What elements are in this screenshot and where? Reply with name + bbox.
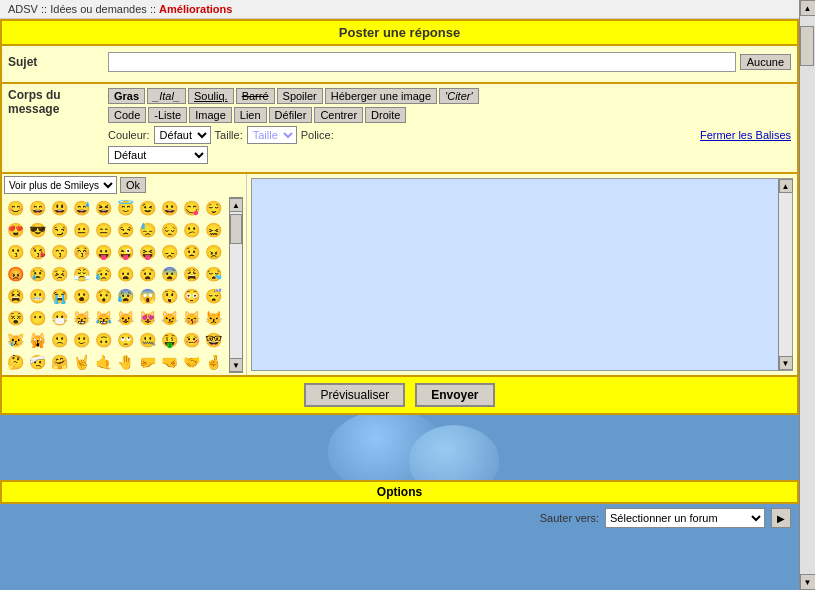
scroll-up-arrow[interactable]: ▲ xyxy=(800,0,816,16)
smiley-item[interactable]: 😬 xyxy=(26,285,48,307)
smiley-item[interactable]: 🙃 xyxy=(92,329,114,351)
cite-button[interactable]: 'Citer' xyxy=(439,88,478,104)
breadcrumb-item-adsv[interactable]: ADSV xyxy=(8,3,38,15)
editor-scroll-up[interactable]: ▲ xyxy=(779,179,793,193)
smiley-item[interactable]: 😫 xyxy=(4,285,26,307)
smiley-item[interactable]: 😺 xyxy=(114,307,136,329)
smiley-item[interactable]: 😰 xyxy=(114,285,136,307)
smiley-item[interactable]: 😩 xyxy=(180,263,202,285)
smiley-item[interactable]: 😭 xyxy=(48,285,70,307)
smiley-item[interactable]: 😦 xyxy=(114,263,136,285)
smiley-item[interactable]: 😷 xyxy=(48,307,70,329)
smiley-item[interactable]: 😟 xyxy=(180,241,202,263)
smiley-item[interactable]: 😮 xyxy=(70,285,92,307)
smiley-item[interactable]: 😶 xyxy=(26,307,48,329)
forum-select[interactable]: Sélectionner un forum xyxy=(605,508,765,528)
smiley-item[interactable]: 😄 xyxy=(26,197,48,219)
forum-go-button[interactable]: ▶ xyxy=(771,508,791,528)
droite-button[interactable]: Droite xyxy=(365,107,406,123)
preview-button[interactable]: Prévisualiser xyxy=(304,383,405,407)
smiley-item[interactable]: 😅 xyxy=(70,197,92,219)
smiley-item[interactable]: 😋 xyxy=(180,197,202,219)
smiley-item[interactable]: 😻 xyxy=(136,307,158,329)
smiley-item[interactable]: 😢 xyxy=(26,263,48,285)
smiley-item[interactable]: 😌 xyxy=(202,197,224,219)
bold-button[interactable]: Gras xyxy=(108,88,145,104)
smiley-item[interactable]: 😍 xyxy=(4,219,26,241)
smiley-item[interactable]: 😤 xyxy=(70,263,92,285)
smiley-item[interactable]: 🤗 xyxy=(48,351,70,373)
smiley-item[interactable]: 😕 xyxy=(180,219,202,241)
smiley-item[interactable]: 🤞 xyxy=(202,351,224,373)
spoiler-button[interactable]: Spoiler xyxy=(277,88,323,104)
smiley-item[interactable]: 😘 xyxy=(26,241,48,263)
fermer-balises-link[interactable]: Fermer les Balises xyxy=(700,129,791,141)
smiley-item[interactable]: 😼 xyxy=(158,307,180,329)
smiley-item[interactable]: 🙀 xyxy=(26,329,48,351)
smiley-scroll-up[interactable]: ▲ xyxy=(229,198,243,212)
heberger-button[interactable]: Héberger une image xyxy=(325,88,437,104)
smiley-item[interactable]: 😝 xyxy=(136,241,158,263)
smiley-item[interactable]: 😽 xyxy=(180,307,202,329)
smiley-item[interactable]: 🤐 xyxy=(136,329,158,351)
list-button[interactable]: -Liste xyxy=(148,107,187,123)
strikethrough-button[interactable]: Barré xyxy=(236,88,275,104)
smiley-item[interactable]: 😚 xyxy=(70,241,92,263)
smiley-item[interactable]: 😣 xyxy=(48,263,70,285)
smiley-ok-button[interactable]: Ok xyxy=(120,177,146,193)
smiley-item[interactable]: 🙁 xyxy=(48,329,70,351)
smiley-item[interactable]: 🤛 xyxy=(136,351,158,373)
smiley-item[interactable]: 🤝 xyxy=(180,351,202,373)
police-select[interactable]: Défaut xyxy=(108,146,208,164)
smiley-item[interactable]: 😊 xyxy=(4,197,26,219)
smiley-item[interactable]: 😐 xyxy=(70,219,92,241)
smiley-item[interactable]: 😒 xyxy=(114,219,136,241)
smiley-item[interactable]: 😸 xyxy=(70,307,92,329)
smiley-item[interactable]: 😎 xyxy=(26,219,48,241)
smiley-item[interactable]: 😵 xyxy=(4,307,26,329)
smiley-item[interactable]: 😖 xyxy=(202,219,224,241)
smiley-item[interactable]: 😗 xyxy=(4,241,26,263)
smiley-item[interactable]: 🤜 xyxy=(158,351,180,373)
smiley-item[interactable]: 😱 xyxy=(136,285,158,307)
smiley-item[interactable]: 🤕 xyxy=(26,351,48,373)
code-button[interactable]: Code xyxy=(108,107,146,123)
smiley-item[interactable]: 😿 xyxy=(4,329,26,351)
smiley-item[interactable]: 😯 xyxy=(92,285,114,307)
smiley-item[interactable]: 😔 xyxy=(158,219,180,241)
smiley-item[interactable]: 😞 xyxy=(158,241,180,263)
smiley-item[interactable]: 🙂 xyxy=(70,329,92,351)
defiler-button[interactable]: Défiler xyxy=(269,107,313,123)
image-button[interactable]: Image xyxy=(189,107,232,123)
scroll-down-arrow[interactable]: ▼ xyxy=(800,574,816,590)
smiley-item[interactable]: 😆 xyxy=(92,197,114,219)
smiley-item[interactable]: 😳 xyxy=(180,285,202,307)
smiley-item[interactable]: 🤘 xyxy=(70,351,92,373)
smiley-item[interactable]: 😜 xyxy=(114,241,136,263)
smiley-item[interactable]: 🙄 xyxy=(114,329,136,351)
smiley-item[interactable]: 🤒 xyxy=(180,329,202,351)
send-button[interactable]: Envoyer xyxy=(415,383,494,407)
smiley-item[interactable]: 😧 xyxy=(136,263,158,285)
smiley-item[interactable]: 😓 xyxy=(136,219,158,241)
message-textarea[interactable] xyxy=(252,179,778,370)
smiley-item[interactable]: 🤓 xyxy=(202,329,224,351)
underline-button[interactable]: Souliq. xyxy=(188,88,234,104)
smiley-item[interactable]: 😏 xyxy=(48,219,70,241)
smiley-item[interactable]: 🤔 xyxy=(4,351,26,373)
smiley-item[interactable]: 😙 xyxy=(48,241,70,263)
smiley-item[interactable]: 😨 xyxy=(158,263,180,285)
centrer-button[interactable]: Centrer xyxy=(314,107,363,123)
smiley-item[interactable]: 🤑 xyxy=(158,329,180,351)
smiley-item[interactable]: 😡 xyxy=(4,263,26,285)
smiley-item[interactable]: 😃 xyxy=(48,197,70,219)
smiley-item[interactable]: 😠 xyxy=(202,241,224,263)
smiley-scroll-down[interactable]: ▼ xyxy=(229,358,243,372)
smiley-item[interactable]: 😇 xyxy=(114,197,136,219)
smiley-select[interactable]: Voir plus de Smileys xyxy=(4,176,117,194)
smiley-item[interactable]: 😪 xyxy=(202,263,224,285)
taille-select[interactable]: Taille xyxy=(247,126,297,144)
subject-input[interactable] xyxy=(108,52,736,72)
couleur-select[interactable]: Défaut xyxy=(154,126,211,144)
smiley-item[interactable]: 😀 xyxy=(158,197,180,219)
